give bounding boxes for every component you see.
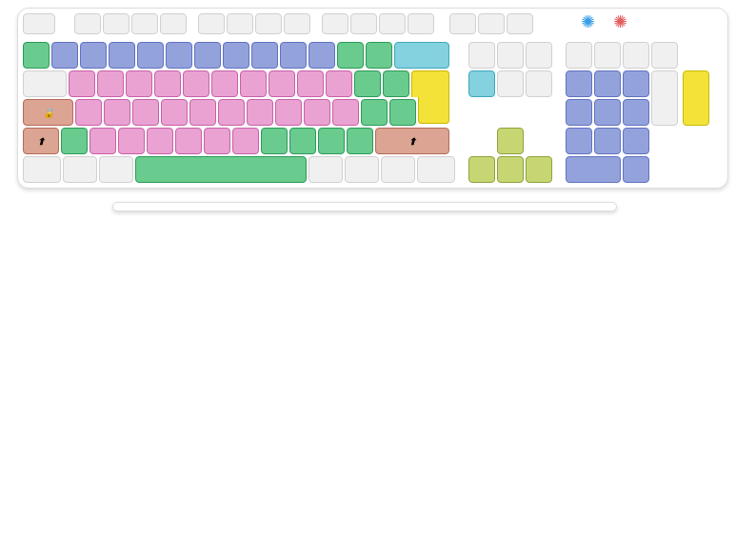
key-o[interactable]	[297, 70, 324, 97]
np-6[interactable]	[623, 99, 649, 126]
key-ctrl-l[interactable]	[23, 156, 61, 183]
key-a[interactable]	[69, 70, 95, 97]
key-6[interactable]	[194, 42, 221, 69]
key-esc[interactable]	[23, 13, 55, 34]
key-f10[interactable]	[350, 13, 377, 34]
np-numlock[interactable]	[566, 42, 592, 69]
key-top-2[interactable]	[478, 13, 505, 34]
np-4[interactable]	[566, 99, 592, 126]
key-perc[interactable]	[361, 99, 388, 126]
key-excl[interactable]	[347, 128, 373, 154]
key-z[interactable]	[97, 70, 124, 97]
key-suppr[interactable]	[468, 70, 495, 97]
key-altgr[interactable]	[308, 156, 343, 183]
key-alt-l[interactable]	[99, 156, 133, 183]
np-9[interactable]	[623, 70, 649, 97]
key-b[interactable]	[204, 128, 230, 154]
key-f8[interactable]	[284, 13, 310, 34]
key-pgdn[interactable]	[526, 70, 552, 97]
key-9[interactable]	[280, 42, 307, 69]
key-3[interactable]	[109, 42, 135, 69]
key-8[interactable]	[251, 42, 278, 69]
np-sub[interactable]	[651, 42, 678, 69]
key-g[interactable]	[189, 99, 216, 126]
key-win-l[interactable]	[63, 156, 97, 183]
np-enter[interactable]	[683, 70, 709, 126]
key-sq[interactable]	[23, 42, 50, 69]
np-0[interactable]	[566, 156, 621, 183]
key-shift-right[interactable]: ⬆	[375, 128, 449, 154]
key-4[interactable]	[137, 42, 164, 69]
key-p[interactable]	[326, 70, 352, 97]
key-enter-top[interactable]	[411, 70, 449, 97]
key-f3[interactable]	[131, 13, 158, 34]
key-q[interactable]	[75, 99, 102, 126]
key-win-r[interactable]	[345, 156, 379, 183]
key-arrow-down[interactable]	[497, 156, 524, 183]
key-h[interactable]	[218, 99, 245, 126]
key-star[interactable]	[389, 99, 416, 126]
key-t[interactable]	[183, 70, 209, 97]
key-punct-a[interactable]	[337, 42, 364, 69]
key-lt[interactable]	[61, 128, 88, 154]
key-u[interactable]	[240, 70, 267, 97]
key-r[interactable]	[154, 70, 181, 97]
key-e[interactable]	[126, 70, 152, 97]
key-j[interactable]	[247, 99, 273, 126]
key-circ[interactable]	[354, 70, 381, 97]
key-top-3[interactable]	[507, 13, 533, 34]
key-colon[interactable]	[318, 128, 345, 154]
np-1[interactable]	[566, 128, 592, 154]
np-add[interactable]	[651, 70, 678, 126]
key-semi[interactable]	[289, 128, 316, 154]
key-x[interactable]	[118, 128, 145, 154]
np-3[interactable]	[623, 128, 649, 154]
key-arrow-right[interactable]	[526, 156, 552, 183]
key-shift-left[interactable]: ⬆	[23, 128, 59, 154]
key-pgup[interactable]	[526, 42, 552, 69]
key-f7[interactable]	[255, 13, 282, 34]
key-5[interactable]	[166, 42, 192, 69]
key-menu[interactable]	[381, 156, 415, 183]
np-7[interactable]	[566, 70, 592, 97]
key-f11[interactable]	[379, 13, 406, 34]
key-c[interactable]	[147, 128, 173, 154]
key-end[interactable]	[497, 70, 524, 97]
key-ins[interactable]	[468, 42, 495, 69]
key-f6[interactable]	[227, 13, 253, 34]
key-m[interactable]	[332, 99, 359, 126]
key-2[interactable]	[80, 42, 107, 69]
key-capslock[interactable]: 🔒	[23, 99, 73, 126]
key-d[interactable]	[132, 99, 159, 126]
np-8[interactable]	[594, 70, 621, 97]
key-f[interactable]	[161, 99, 188, 126]
key-y[interactable]	[211, 70, 238, 97]
key-enter-bot[interactable]	[418, 97, 449, 124]
key-punct-b[interactable]	[366, 42, 392, 69]
key-s[interactable]	[104, 99, 130, 126]
np-mul[interactable]	[623, 42, 649, 69]
key-n[interactable]	[232, 128, 259, 154]
key-7[interactable]	[223, 42, 249, 69]
key-0[interactable]	[308, 42, 335, 69]
key-f2[interactable]	[103, 13, 129, 34]
key-i[interactable]	[269, 70, 295, 97]
np-div[interactable]	[594, 42, 621, 69]
key-w[interactable]	[90, 128, 116, 154]
key-f4[interactable]	[160, 13, 187, 34]
key-space[interactable]	[135, 156, 307, 183]
key-f5[interactable]	[198, 13, 225, 34]
key-1[interactable]	[51, 42, 78, 69]
key-l[interactable]	[304, 99, 330, 126]
key-f1[interactable]	[74, 13, 101, 34]
key-dollar[interactable]	[383, 70, 409, 97]
key-arrow-up[interactable]	[497, 128, 524, 154]
key-v[interactable]	[175, 128, 202, 154]
np-dot[interactable]	[623, 156, 649, 183]
np-5[interactable]	[594, 99, 621, 126]
key-tab[interactable]	[23, 70, 67, 97]
key-top-1[interactable]	[449, 13, 476, 34]
key-arrow-left[interactable]	[468, 156, 495, 183]
key-backspace[interactable]	[394, 42, 449, 69]
key-f12[interactable]	[408, 13, 434, 34]
